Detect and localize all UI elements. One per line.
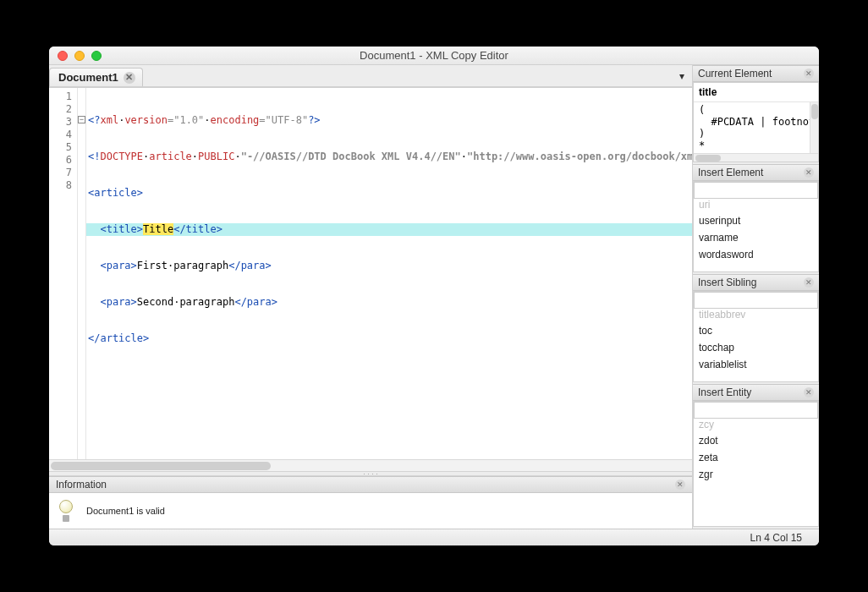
titlebar[interactable]: Document1 - XML Copy Editor <box>49 47 819 65</box>
insert-sibling-close-icon[interactable]: ✕ <box>804 277 814 288</box>
list-item[interactable]: zdot <box>699 432 813 449</box>
insert-element-title: Insert Element <box>698 167 763 178</box>
list-item[interactable]: varname <box>699 229 813 246</box>
information-panel: Information ✕ Document1 is valid <box>49 476 692 529</box>
ce-vertical-scrollbar[interactable] <box>810 102 818 153</box>
list-item[interactable]: zeta <box>699 449 813 466</box>
tab-document1[interactable]: Document1 ✕ <box>49 68 143 86</box>
tab-close-icon[interactable]: ✕ <box>124 72 135 84</box>
info-panel-close-icon[interactable]: ✕ <box>675 480 685 490</box>
list-item[interactable]: tocchap <box>699 339 813 356</box>
cursor-position: Ln 4 Col 15 <box>750 532 802 544</box>
list-item[interactable]: wordasword <box>699 246 813 263</box>
insert-element-close-icon[interactable]: ✕ <box>804 167 814 178</box>
tab-overflow-button[interactable]: ▾ <box>672 65 692 86</box>
window-title: Document1 - XML Copy Editor <box>49 49 819 62</box>
lightbulb-icon <box>58 500 74 522</box>
insert-entity-filter-input[interactable] <box>694 402 818 419</box>
document-tabbar: Document1 ✕ ▾ <box>49 65 692 87</box>
close-icon[interactable] <box>58 51 68 61</box>
list-item[interactable]: zgr <box>699 466 813 483</box>
tab-label: Document1 <box>58 71 118 84</box>
editor-horizontal-scrollbar[interactable] <box>49 459 692 471</box>
info-message: Document1 is valid <box>86 506 165 516</box>
insert-element-filter-input[interactable] <box>694 182 818 199</box>
insert-element-panel: uri userinput varname wordasword <box>693 181 819 272</box>
right-sidebar: Current Element ✕ title ( #PCDATA | foot… <box>692 65 819 529</box>
current-element-name: title <box>694 83 818 102</box>
fold-toggle-icon[interactable]: − <box>78 116 85 123</box>
insert-entity-title: Insert Entity <box>698 386 751 398</box>
current-element-model: ( #PCDATA | footnoter ) * <box>694 102 818 153</box>
list-item[interactable]: userinput <box>699 212 813 229</box>
insert-entity-close-icon[interactable]: ✕ <box>804 387 814 397</box>
fold-gutter: − <box>78 88 86 459</box>
list-item[interactable]: variablelist <box>699 356 813 373</box>
current-element-panel: title ( #PCDATA | footnoter ) * <box>693 82 819 162</box>
statusbar: Ln 4 Col 15 <box>49 529 819 545</box>
window-controls <box>49 51 102 61</box>
current-element-title: Current Element <box>698 68 772 79</box>
ce-horizontal-scrollbar[interactable] <box>694 153 818 162</box>
info-panel-title: Information <box>56 479 107 491</box>
insert-sibling-panel: titleabbrev toc tocchap variablelist <box>693 291 819 382</box>
list-item[interactable]: toc <box>699 322 813 339</box>
app-window: Document1 - XML Copy Editor Document1 ✕ … <box>49 47 819 545</box>
scrollbar-thumb[interactable] <box>51 462 271 470</box>
insert-sibling-filter-input[interactable] <box>694 292 818 309</box>
zoom-icon[interactable] <box>91 51 102 61</box>
current-element-close-icon[interactable]: ✕ <box>804 69 814 79</box>
insert-sibling-title: Insert Sibling <box>698 277 756 288</box>
insert-entity-panel: zcy zdot zeta zgr <box>693 401 819 527</box>
code-content[interactable]: <?xml·version="1.0"·encoding="UTF-8"?> <… <box>86 88 692 459</box>
code-editor[interactable]: 1 2 3 4 5 6 7 8 − <?xml·version="1.0"·en… <box>49 87 692 459</box>
line-number-gutter: 1 2 3 4 5 6 7 8 <box>49 88 78 459</box>
minimize-icon[interactable] <box>74 51 85 61</box>
